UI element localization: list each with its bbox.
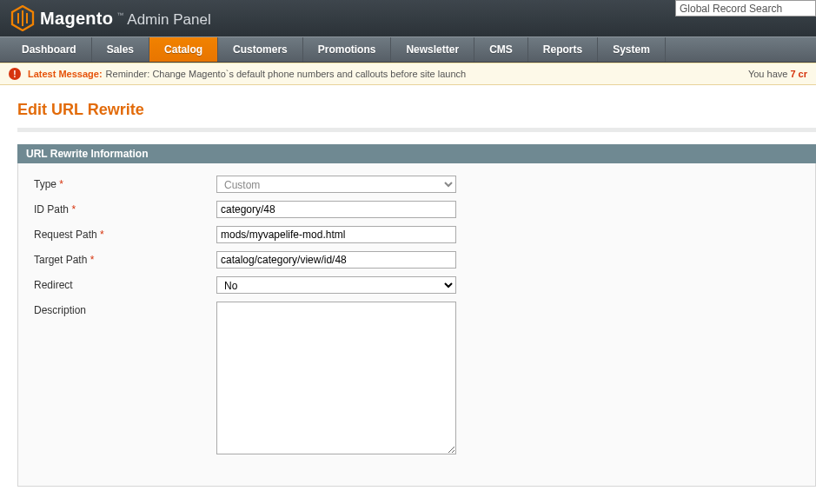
nav-item-customers[interactable]: Customers xyxy=(218,37,303,62)
label-request-path: Request Path * xyxy=(34,226,216,241)
logo-wrap: Magento™ Admin Panel xyxy=(10,5,211,31)
main-nav: DashboardSalesCatalogCustomersPromotions… xyxy=(0,36,816,63)
redirect-select[interactable]: No xyxy=(216,276,456,294)
message-right-prefix: You have xyxy=(748,69,791,79)
message-bar: ! Latest Message: Reminder: Change Magen… xyxy=(0,63,816,85)
message-label: Latest Message: xyxy=(28,69,103,79)
brand-sub: Admin Panel xyxy=(127,11,210,29)
description-textarea[interactable] xyxy=(216,302,456,454)
row-id-path: ID Path * xyxy=(34,201,799,218)
magento-logo-icon xyxy=(10,5,35,31)
target-path-input[interactable] xyxy=(216,251,456,269)
title-divider xyxy=(17,128,816,132)
label-type: Type * xyxy=(34,176,216,190)
row-target-path: Target Path * xyxy=(34,251,799,269)
nav-item-system[interactable]: System xyxy=(598,37,666,62)
row-description: Description xyxy=(34,302,799,457)
section-header: URL Rewrite Information xyxy=(17,144,816,163)
alert-icon: ! xyxy=(9,68,21,80)
row-redirect: Redirect No xyxy=(34,276,799,294)
type-select[interactable]: Custom xyxy=(216,176,456,193)
global-search-input[interactable] xyxy=(675,0,816,17)
content-area: Edit URL Rewrite URL Rewrite Information… xyxy=(0,85,816,487)
fieldset: Type * Custom ID Path * Request Path * xyxy=(17,163,816,487)
message-right-count: 7 cr xyxy=(790,69,807,79)
request-path-input[interactable] xyxy=(216,226,456,243)
nav-item-newsletter[interactable]: Newsletter xyxy=(391,37,474,62)
admin-header: Magento™ Admin Panel xyxy=(0,0,816,36)
label-id-path: ID Path * xyxy=(34,201,216,216)
brand-text: Magento™ Admin Panel xyxy=(40,9,211,29)
form-section: URL Rewrite Information Type * Custom ID… xyxy=(17,144,816,487)
nav-item-cms[interactable]: CMS xyxy=(474,37,528,62)
nav-item-sales[interactable]: Sales xyxy=(92,37,149,62)
nav-item-dashboard[interactable]: Dashboard xyxy=(0,37,92,62)
label-description: Description xyxy=(34,302,216,316)
row-request-path: Request Path * xyxy=(34,226,799,243)
id-path-input[interactable] xyxy=(216,201,456,218)
label-redirect: Redirect xyxy=(34,276,216,291)
nav-item-promotions[interactable]: Promotions xyxy=(303,37,392,62)
message-right: You have 7 cr xyxy=(748,69,807,79)
page-title: Edit URL Rewrite xyxy=(17,101,816,119)
row-type: Type * Custom xyxy=(34,176,799,193)
nav-item-catalog[interactable]: Catalog xyxy=(149,37,218,62)
brand-tm: ™ xyxy=(116,11,123,19)
brand-main: Magento xyxy=(40,9,113,29)
message-text: Reminder: Change Magento`s default phone… xyxy=(106,69,467,79)
label-target-path: Target Path * xyxy=(34,251,216,266)
nav-item-reports[interactable]: Reports xyxy=(528,37,598,62)
